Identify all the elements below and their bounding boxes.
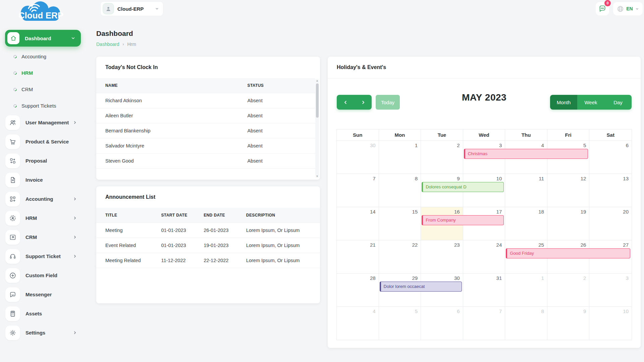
sidebar-item-label: Assets [25, 311, 42, 316]
breadcrumb-dashboard-link[interactable]: Dashboard [96, 42, 119, 47]
calendar-day-cell[interactable]: 6 [421, 307, 463, 340]
table-cell: Lorem Ipsum, Or Lipsum [246, 223, 320, 238]
sidebar-subitem-hrm[interactable]: HRM [0, 65, 95, 81]
table-scrollbar[interactable]: ▲ ▼ [315, 79, 319, 178]
table-cell: Absent [248, 123, 315, 138]
calendar-day-cell[interactable]: 11 [505, 174, 547, 207]
calendar-day-cell[interactable]: 3 [589, 274, 632, 307]
calendar-day-cell[interactable]: 20 [589, 207, 632, 240]
messages-button[interactable]: 0 [596, 2, 609, 15]
cloud-erp-logo: Cloud ERP [13, 1, 68, 23]
calendar-day-cell[interactable]: 30 [337, 141, 379, 174]
calendar: SunMonTueWedThuFriSat 301234567891011121… [336, 129, 632, 340]
column-header-name: NAME [96, 78, 248, 93]
view-day-button[interactable]: Day [604, 95, 632, 110]
sidebar-item-label: Proposal [25, 158, 47, 164]
clockin-card: Today's Not Clock In NAMESTATUS Richard … [96, 57, 320, 180]
view-month-button[interactable]: Month [550, 95, 577, 110]
card-accent-bar [328, 61, 329, 73]
calendar-day-cell[interactable]: 22 [379, 240, 421, 274]
calendar-event-dolores-consequat-d[interactable]: Dolores consequat D [422, 182, 504, 192]
calendar-day-cell[interactable]: 28 [337, 274, 379, 307]
sidebar-subitem-label: CRM [21, 86, 33, 92]
language-selector[interactable]: EN [613, 2, 643, 15]
sidebar-item-support-ticket[interactable]: Support Ticket [0, 247, 95, 266]
table-cell: Absent [248, 153, 315, 168]
table-cell: Absent [248, 108, 315, 123]
sidebar-item-crm[interactable]: CRM [0, 228, 95, 247]
calendar-day-cell[interactable]: 15 [379, 207, 421, 240]
workspace-selector[interactable]: Cloud-ERP [100, 1, 163, 16]
calendar-event-dolor-lorem-occaecat[interactable]: Dolor lorem occaecat [380, 282, 462, 292]
calendar-day-cell[interactable]: 8 [505, 307, 547, 340]
calendar-event-christmas[interactable]: Christmas [464, 149, 588, 159]
plus-circle-icon [5, 268, 20, 283]
calendar-day-cell[interactable]: 8 [379, 174, 421, 207]
calendar-card-title: Holiday's & Event's [337, 64, 386, 70]
calendar-day-cell[interactable]: 7 [337, 174, 379, 207]
globe-icon [617, 5, 624, 12]
calendar-day-cell[interactable]: 2 [547, 274, 590, 307]
scroll-up-icon[interactable]: ▲ [315, 79, 319, 82]
table-row: Bernard BlankenshipAbsent [96, 123, 315, 138]
calendar-day-cell[interactable]: 2 [421, 141, 463, 174]
logo-text: Cloud ERP [18, 10, 63, 20]
calendar-event-from-company[interactable]: From Company [422, 215, 504, 225]
calendar-day-cell[interactable]: 19 [547, 207, 590, 240]
calendar-day-cell[interactable]: 21 [337, 240, 379, 274]
calendar-day-cell[interactable]: 31 [463, 274, 505, 307]
chevron-right-icon [73, 120, 77, 125]
calendar-day-cell[interactable]: 24 [463, 240, 505, 274]
calendar-day-cell[interactable]: 10 [589, 307, 632, 340]
divider [328, 78, 641, 78]
sidebar-item-custom-field[interactable]: Custom Field [0, 266, 95, 285]
calendar-day-cell[interactable]: 1 [505, 274, 547, 307]
calendar-day-cell[interactable]: 18 [505, 207, 547, 240]
calendar-event-good-friday[interactable]: Good Friday [506, 248, 630, 258]
sidebar-item-messenger[interactable]: Messenger [0, 285, 95, 304]
table-row: Steven GoodAbsent [96, 153, 315, 168]
table-cell: 22-12-2022 [204, 253, 246, 268]
table-cell: 26-01-2023 [204, 223, 246, 238]
sidebar-item-proposal[interactable]: Proposal [0, 151, 95, 170]
sidebar-subitem-support-tickets[interactable]: Support Tickets [0, 98, 95, 114]
chat-bubble-icon [598, 5, 606, 13]
sidebar-subitem-crm[interactable]: CRM [0, 81, 95, 98]
calendar-day-cell[interactable]: 1 [379, 141, 421, 174]
announcement-card-title: Announcement List [105, 194, 155, 200]
calendar-day-cell[interactable]: 23 [421, 240, 463, 274]
sidebar-item-accounting[interactable]: Accounting [0, 189, 95, 208]
sidebar-item-label: Invoice [25, 177, 43, 183]
breadcrumb-separator: › [123, 42, 124, 47]
bullet-icon [13, 87, 17, 92]
calendar-day-cell[interactable]: 12 [547, 174, 590, 207]
view-week-button[interactable]: Week [577, 95, 604, 110]
calendar-day-cell[interactable]: 9 [547, 307, 590, 340]
table-cell: Steven Good [96, 153, 248, 168]
sidebar-item-dashboard[interactable]: Dashboard [5, 30, 81, 47]
sidebar-item-invoice[interactable]: Invoice [0, 170, 95, 189]
calendar-day-cell[interactable]: 5 [379, 307, 421, 340]
sidebar-item-user-management[interactable]: User Management [0, 113, 95, 132]
announcement-card: Announcement List TITLESTART DATEEND DAT… [96, 186, 320, 303]
sidebar-item-product-service[interactable]: Product & Service [0, 132, 95, 151]
sidebar-item-assets[interactable]: Assets [0, 304, 95, 323]
swap-icon [5, 154, 20, 168]
sidebar-subitem-accounting[interactable]: Accounting [0, 48, 95, 65]
workspace-name: Cloud-ERP [117, 6, 144, 12]
table-row: Salvador McintyreAbsent [96, 138, 315, 153]
calendar-day-cell[interactable]: 4 [337, 307, 379, 340]
sidebar-item-settings[interactable]: Settings [0, 323, 95, 342]
calendar-day-cell[interactable]: 7 [463, 307, 505, 340]
sidebar-item-hrm[interactable]: HRM [0, 208, 95, 228]
scroll-down-icon[interactable]: ▼ [315, 175, 319, 177]
table-cell: Event Related [96, 238, 161, 253]
table-header-row: NAMESTATUS [96, 78, 315, 93]
calendar-day-cell[interactable]: 6 [589, 141, 632, 174]
calendar-grid: 3012345678910111213141516171819202122232… [336, 140, 632, 340]
calendar-day-cell[interactable]: 13 [589, 174, 632, 207]
sidebar-item-label: CRM [25, 234, 37, 240]
calendar-day-cell[interactable]: 14 [337, 207, 379, 240]
scrollbar-thumb[interactable] [316, 83, 319, 118]
sidebar-item-label: Messenger [25, 292, 52, 297]
